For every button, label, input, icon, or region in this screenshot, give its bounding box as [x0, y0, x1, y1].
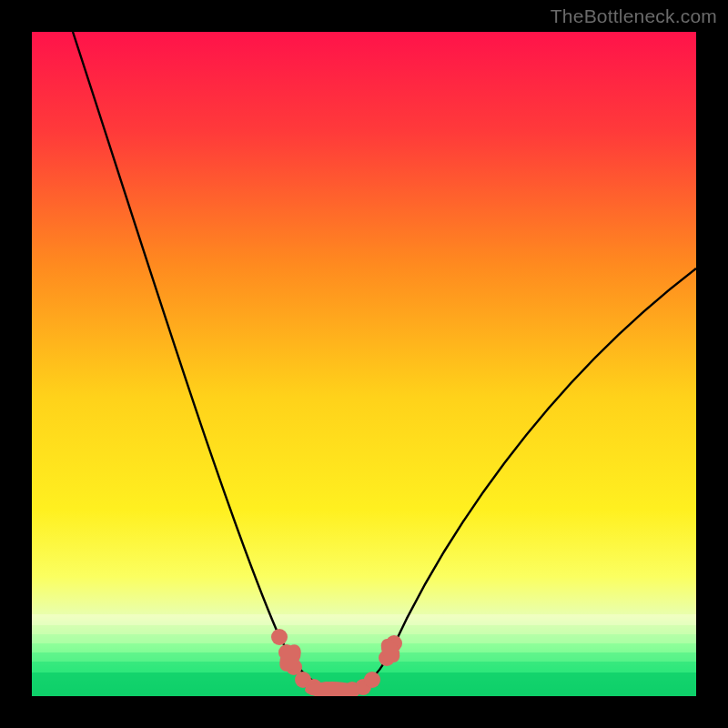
- background-gradient: [32, 32, 696, 696]
- svg-rect-6: [32, 662, 696, 672]
- watermark-text: TheBottleneck.com: [551, 5, 717, 27]
- svg-rect-0: [32, 32, 696, 696]
- svg-rect-1: [32, 614, 696, 625]
- chart-frame: TheBottleneck.com: [0, 0, 728, 728]
- svg-rect-4: [32, 643, 696, 652]
- svg-rect-7: [32, 672, 696, 696]
- svg-rect-2: [32, 625, 696, 634]
- plot-area: [32, 32, 696, 696]
- svg-rect-5: [32, 652, 696, 662]
- svg-rect-3: [32, 634, 696, 643]
